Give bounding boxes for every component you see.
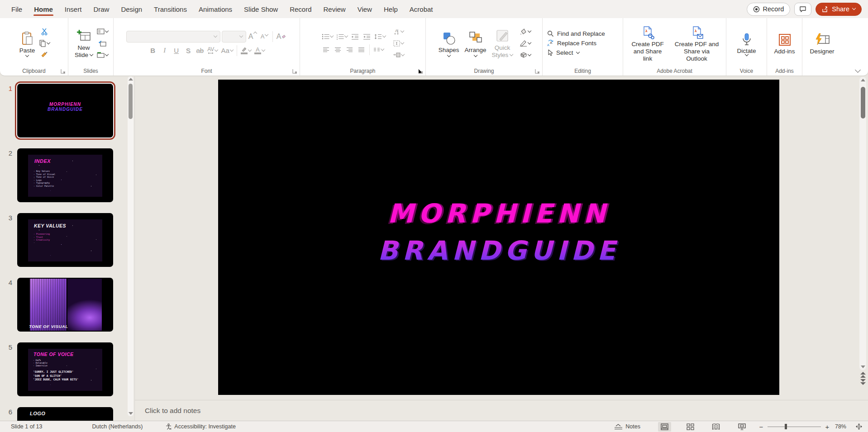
slide-4-preview[interactable]: TONE OF VISUAL [17,278,113,332]
collapse-ribbon-chevron-icon[interactable] [855,67,861,73]
scrollbar-thumb[interactable] [129,84,133,119]
numbering-button[interactable] [335,31,348,42]
slide-6-preview[interactable]: LOGO [17,407,113,421]
scroll-down-arrow-icon[interactable] [861,366,865,368]
quick-styles-button[interactable]: Quick Styles [490,27,515,60]
clipboard-dialog-launcher[interactable] [61,69,66,74]
highlight-color-button[interactable] [240,45,252,56]
slide-thumbnail-3[interactable]: 3 KEY VALUES - Pioneering - Trust - Crea… [4,213,134,267]
zoom-out-button[interactable]: − [758,423,764,431]
slide-indicator[interactable]: Slide 1 of 13 [0,421,47,432]
align-left-button[interactable] [321,45,331,55]
notes-placeholder[interactable]: Click to add notes [145,407,200,415]
decrease-indent-button[interactable] [350,31,360,42]
reading-view-button[interactable] [710,422,723,432]
replace-fonts-button[interactable]: AA Replace Fonts [545,39,598,47]
bullets-button[interactable] [321,31,334,42]
text-direction-button[interactable]: A [392,26,405,37]
menu-view[interactable]: View [352,0,378,18]
menu-transitions[interactable]: Transitions [148,0,193,18]
next-slide-button[interactable] [860,379,866,385]
shape-fill-button[interactable] [519,26,532,37]
arrange-button[interactable]: Arrange [463,29,489,57]
align-text-button[interactable] [392,38,405,48]
clear-formatting-button[interactable]: A [276,31,287,42]
italic-button[interactable]: I [159,45,170,56]
normal-view-button[interactable] [658,422,671,432]
menu-help[interactable]: Help [378,0,404,18]
zoom-slider-thumb[interactable] [785,424,787,429]
slide-title-line1[interactable]: MORPHIENN [218,198,779,229]
copy-button[interactable] [38,38,51,48]
slide-thumbnail-4[interactable]: 4 TONE OF VISUAL [4,278,134,332]
font-name-combobox[interactable] [126,31,220,43]
grow-font-button[interactable]: A [248,31,258,42]
paste-button[interactable]: Paste [17,29,38,57]
justify-button[interactable] [356,45,367,55]
accessibility-checker[interactable]: Accessibility: Investigate [161,421,240,432]
shapes-button[interactable]: Shapes [436,29,462,57]
slide-thumbnail-1[interactable]: 1 MORPHIENN BRANDGUIDE [4,84,134,138]
format-painter-button[interactable] [38,50,51,60]
find-replace-button[interactable]: Find and Replace [545,29,607,38]
new-slide-button[interactable]: New Slide [72,27,95,60]
columns-button[interactable] [372,45,385,55]
slide-thumbnail-6[interactable]: 6 LOGO [4,407,134,421]
align-right-button[interactable] [344,45,355,55]
slide-canvas[interactable]: MORPHIENN BRANDGUIDE [218,80,779,395]
slide-layout-button[interactable] [96,26,109,37]
notes-toggle-button[interactable]: Notes [610,421,645,432]
slide-2-preview[interactable]: INDEX - Key Values - Tone of Visual - To… [17,148,113,202]
font-dialog-launcher[interactable] [292,69,297,74]
zoom-slider[interactable] [768,427,821,427]
reset-slide-button[interactable] [96,38,109,48]
dictate-button[interactable]: Dictate [734,30,758,57]
notes-pane[interactable]: Click to add notes [135,400,868,421]
slide-title-line2[interactable]: BRANDGUIDE [218,235,779,266]
shape-effects-button[interactable] [519,50,532,60]
slide-5-preview[interactable]: TONE OF VOICE - Dark - Relatable - Immer… [17,342,113,396]
scrollbar-thumb[interactable] [861,87,865,119]
text-shadow-button[interactable]: S [183,45,193,56]
thumbnail-scrollbar[interactable] [128,76,134,416]
zoom-level[interactable]: 78% [830,421,851,432]
strikethrough-button[interactable]: ab [195,45,205,56]
cut-button[interactable] [38,26,51,37]
menu-design[interactable]: Design [115,0,148,18]
slide-thumbnail-5[interactable]: 5 TONE OF VOICE - Dark - Relatable - Imm… [4,342,134,396]
section-button[interactable] [96,50,109,60]
create-pdf-share-link-button[interactable]: λ Create PDF and Share link [626,24,669,63]
slide-show-button[interactable] [735,422,749,432]
menu-record[interactable]: Record [284,0,317,18]
menu-animations[interactable]: Animations [193,0,238,18]
select-button[interactable]: Select [545,48,581,57]
create-pdf-share-outlook-button[interactable]: λ Create PDF and Share via Outlook [670,24,723,63]
menu-file[interactable]: File [5,0,28,18]
smartart-button[interactable] [392,50,405,60]
designer-button[interactable]: Designer [807,31,836,56]
scroll-up-arrow-icon[interactable] [129,78,133,81]
zoom-in-button[interactable]: + [824,423,830,431]
menu-home[interactable]: Home [28,0,59,18]
underline-button[interactable]: U [171,45,181,56]
menu-review[interactable]: Review [318,0,352,18]
record-button[interactable]: Record [747,3,791,16]
slide-sorter-view-button[interactable] [684,422,697,432]
align-center-button[interactable] [333,45,343,55]
bold-button[interactable]: B [148,45,158,56]
scroll-up-arrow-icon[interactable] [861,79,865,81]
increase-indent-button[interactable] [362,31,372,42]
comments-button[interactable] [794,3,811,16]
shrink-font-button[interactable]: A [259,31,270,42]
scroll-down-arrow-icon[interactable] [129,412,133,415]
menu-acrobat[interactable]: Acrobat [404,0,439,18]
shape-outline-button[interactable] [519,38,532,48]
editor-scrollbar[interactable] [859,77,866,370]
character-spacing-button[interactable]: AV [206,45,219,56]
change-case-button[interactable]: Aa [220,45,234,56]
menu-insert[interactable]: Insert [59,0,88,18]
previous-slide-button[interactable] [860,372,866,378]
slide-3-preview[interactable]: KEY VALUES - Pioneering - Trust - Creati… [17,213,113,267]
share-button[interactable]: Share [816,3,862,16]
line-spacing-button[interactable] [373,31,386,42]
